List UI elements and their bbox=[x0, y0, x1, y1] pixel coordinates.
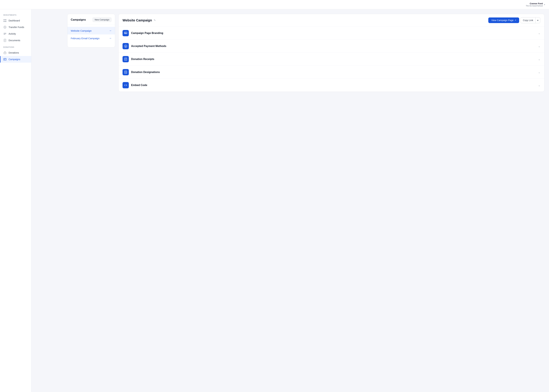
campaign-item-website[interactable]: Website Campaign → bbox=[67, 27, 115, 35]
embed-icon-box bbox=[122, 82, 129, 88]
sidebar-label-documents: Documents bbox=[9, 39, 20, 42]
campaign-item-february[interactable]: February Email Campaign → bbox=[67, 35, 115, 42]
copy-link-chevron-icon: ▾ bbox=[536, 18, 540, 23]
external-link-icon: ↗ bbox=[514, 19, 516, 21]
user-info: Connor Ford The Do Good School bbox=[526, 2, 543, 7]
accordion-designations-left: Donation Designations bbox=[122, 69, 160, 75]
campaign-item-february-label: February Email Campaign bbox=[71, 37, 100, 40]
campaign-item-website-label: Website Campaign bbox=[71, 29, 92, 32]
sidebar-section-label-donations: DONATIONS bbox=[0, 46, 31, 49]
sidebar-label-campaigns: Campaigns bbox=[9, 58, 20, 61]
campaign-detail-actions: View Campaign Page ↗ Copy Link ▾ bbox=[488, 17, 540, 23]
campaigns-panel-header: Campaigns New Campaign bbox=[67, 17, 115, 25]
svg-rect-29 bbox=[126, 72, 127, 73]
payment-icon: $ bbox=[124, 44, 127, 48]
receipts-chevron-icon: ⌄ bbox=[538, 58, 540, 61]
campaigns-list: Website Campaign → February Email Campai… bbox=[67, 25, 115, 44]
main-content: Campaigns New Campaign Website Campaign … bbox=[63, 9, 549, 392]
campaign-title-row: Website Campaign ✎ bbox=[122, 18, 156, 22]
sidebar-section-donations: DONATIONS Donations Campaigns bbox=[0, 46, 31, 63]
svg-rect-3 bbox=[5, 21, 6, 22]
accordion-designations: Donation Designations ⌄ bbox=[119, 66, 544, 79]
designations-label: Donation Designations bbox=[131, 71, 160, 74]
user-name: Connor Ford bbox=[526, 2, 543, 5]
payment-chevron-icon: ⌄ bbox=[538, 45, 540, 48]
sidebar-label-transfer-funds: Transfer Funds bbox=[9, 26, 24, 28]
embed-icon bbox=[124, 84, 127, 87]
accordion-receipts-row[interactable]: Donation Receipts ⌄ bbox=[119, 53, 544, 66]
embed-chevron-icon: ⌄ bbox=[538, 84, 540, 87]
sidebar-label-dashboard: Dashboard bbox=[9, 19, 20, 22]
campaigns-panel-title: Campaigns bbox=[71, 18, 86, 21]
designations-icon bbox=[124, 70, 127, 74]
user-menu[interactable]: Connor Ford The Do Good School ▾ bbox=[526, 2, 545, 7]
campaign-detail-header: Website Campaign ✎ View Campaign Page ↗ … bbox=[119, 14, 544, 27]
branding-chevron-icon: ⌄ bbox=[538, 32, 540, 35]
svg-text:$: $ bbox=[4, 26, 6, 28]
app-header: Connor Ford The Do Good School ▾ bbox=[0, 0, 549, 9]
dashboard-icon bbox=[3, 19, 7, 22]
svg-point-18 bbox=[125, 32, 126, 33]
campaigns-panel: Campaigns New Campaign Website Campaign … bbox=[67, 14, 115, 48]
branding-icon-box bbox=[122, 30, 129, 36]
activity-icon bbox=[3, 32, 7, 35]
campaign-detail-title: Website Campaign bbox=[122, 18, 152, 22]
sidebar: Infinite Giving INVESTMENTS Dashboard $ … bbox=[0, 0, 31, 392]
sidebar-item-documents[interactable]: Documents bbox=[0, 37, 31, 44]
transfer-funds-icon: $ bbox=[3, 26, 7, 29]
view-campaign-label: View Campaign Page bbox=[491, 19, 513, 21]
accordion-branding-left: Campaign Page Branding bbox=[122, 30, 163, 36]
sidebar-item-campaigns[interactable]: Campaigns bbox=[0, 56, 31, 63]
branding-label: Campaign Page Branding bbox=[131, 32, 163, 35]
svg-rect-0 bbox=[4, 19, 5, 20]
campaigns-icon bbox=[3, 58, 7, 61]
svg-rect-1 bbox=[5, 19, 6, 20]
designations-icon-box bbox=[122, 69, 129, 75]
accordion-embed-left: Embed Code bbox=[122, 82, 147, 88]
accordion-branding: Campaign Page Branding ⌄ bbox=[119, 27, 544, 40]
campaign-detail-panel: Website Campaign ✎ View Campaign Page ↗ … bbox=[118, 14, 544, 92]
copy-link-label: Copy Link bbox=[521, 17, 536, 23]
sidebar-section-label-investments: INVESTMENTS bbox=[0, 14, 31, 17]
sidebar-label-activity: Activity bbox=[9, 32, 16, 35]
branding-icon bbox=[124, 31, 127, 35]
user-org: The Do Good School bbox=[526, 5, 543, 7]
accordion-payment-left: $ Accepted Payment Methods bbox=[122, 43, 166, 49]
accordion-designations-row[interactable]: Donation Designations ⌄ bbox=[119, 66, 544, 79]
svg-rect-2 bbox=[4, 21, 5, 22]
accordion-payment-row[interactable]: $ Accepted Payment Methods ⌄ bbox=[119, 40, 544, 53]
svg-rect-16 bbox=[4, 58, 6, 60]
view-campaign-button[interactable]: View Campaign Page ↗ bbox=[488, 17, 519, 23]
payment-label: Accepted Payment Methods bbox=[131, 45, 166, 48]
svg-text:$: $ bbox=[125, 45, 126, 47]
sidebar-section-investments: INVESTMENTS Dashboard $ Transfer Funds A… bbox=[0, 14, 31, 44]
documents-icon bbox=[3, 39, 7, 42]
accordion-receipts: Donation Receipts ⌄ bbox=[119, 53, 544, 66]
designations-chevron-icon: ⌄ bbox=[538, 71, 540, 74]
copy-link-button[interactable]: Copy Link ▾ bbox=[520, 17, 540, 23]
receipts-label: Donation Receipts bbox=[131, 58, 154, 61]
new-campaign-button[interactable]: New Campaign bbox=[92, 17, 112, 22]
accordion-receipts-left: Donation Receipts bbox=[122, 56, 154, 62]
donations-icon bbox=[3, 51, 7, 54]
accordion-branding-row[interactable]: Campaign Page Branding ⌄ bbox=[119, 27, 544, 40]
receipts-icon-box bbox=[122, 56, 129, 62]
svg-rect-7 bbox=[4, 34, 6, 34]
sidebar-item-donations[interactable]: Donations bbox=[0, 49, 31, 56]
sidebar-item-transfer-funds[interactable]: $ Transfer Funds bbox=[0, 24, 31, 30]
campaign-item-website-arrow: → bbox=[109, 29, 112, 32]
accordion-embed: Embed Code ⌄ bbox=[119, 79, 544, 92]
sidebar-item-dashboard[interactable]: Dashboard bbox=[0, 17, 31, 24]
receipts-icon bbox=[124, 57, 127, 61]
campaign-item-february-arrow: → bbox=[109, 37, 112, 40]
embed-label: Embed Code bbox=[131, 84, 147, 87]
sidebar-label-donations: Donations bbox=[9, 51, 19, 54]
accordion-payment: $ Accepted Payment Methods ⌄ bbox=[119, 40, 544, 53]
edit-title-icon[interactable]: ✎ bbox=[154, 19, 156, 22]
svg-rect-6 bbox=[4, 33, 6, 33]
svg-rect-8 bbox=[4, 34, 5, 35]
sidebar-item-activity[interactable]: Activity bbox=[0, 30, 31, 37]
user-menu-chevron: ▾ bbox=[544, 3, 545, 6]
payment-icon-box: $ bbox=[122, 43, 129, 49]
accordion-embed-row[interactable]: Embed Code ⌄ bbox=[119, 79, 544, 92]
